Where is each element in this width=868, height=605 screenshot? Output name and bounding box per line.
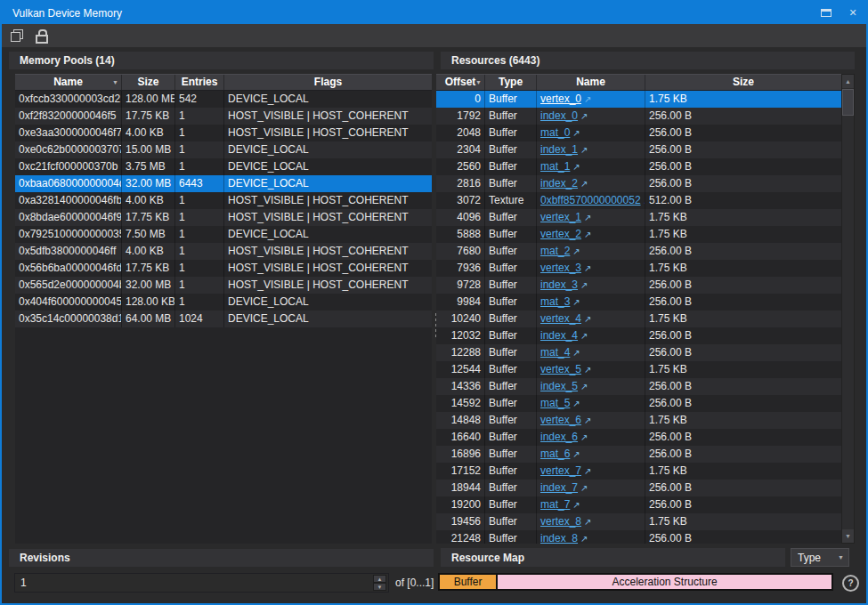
table-row[interactable]: 19200Buffermat_7↗256.00 B bbox=[436, 496, 841, 513]
column-header-res-size[interactable]: Size bbox=[645, 75, 841, 90]
goto-resource-icon[interactable]: ↗ bbox=[580, 175, 588, 192]
goto-resource-icon[interactable]: ↗ bbox=[584, 412, 591, 429]
resource-link[interactable]: vertex_7 bbox=[540, 464, 581, 477]
resource-link[interactable]: index_0 bbox=[540, 109, 578, 122]
table-row[interactable]: 7680Buffermat_2↗256.00 B bbox=[436, 243, 841, 260]
table-row[interactable]: 17152Buffervertex_7↗1.75 KB bbox=[436, 463, 841, 480]
resource-link[interactable]: mat_7 bbox=[540, 498, 570, 511]
table-row[interactable]: 7936Buffervertex_3↗1.75 KB bbox=[436, 260, 841, 277]
column-header-size[interactable]: Size bbox=[122, 75, 175, 90]
goto-resource-icon[interactable]: ↗ bbox=[580, 530, 588, 544]
scrollbar-thumb[interactable] bbox=[842, 89, 854, 116]
resource-link[interactable]: vertex_3 bbox=[540, 262, 581, 274]
table-row[interactable]: 18944Bufferindex_7↗256.00 B bbox=[436, 480, 841, 496]
resource-link[interactable]: vertex_2 bbox=[540, 228, 581, 240]
table-row[interactable]: 0xa3281400000046fb4.00 KB1HOST_VISIBLE |… bbox=[15, 192, 432, 209]
resource-link[interactable]: mat_5 bbox=[540, 397, 570, 409]
float-window-button[interactable] bbox=[813, 2, 840, 24]
table-row[interactable]: 0x56b6ba00000046fd17.75 KB1HOST_VISIBLE … bbox=[15, 260, 432, 277]
table-row[interactable]: 2816Bufferindex_2↗256.00 B bbox=[436, 175, 841, 192]
table-row[interactable]: 0Buffervertex_0↗1.75 KB bbox=[436, 91, 841, 108]
resource-link[interactable]: index_3 bbox=[540, 278, 578, 291]
resource-link[interactable]: mat_1 bbox=[540, 160, 570, 173]
resource-link[interactable]: vertex_0 bbox=[540, 93, 581, 105]
table-row[interactable]: 0xf2f83200000046f517.75 KB1HOST_VISIBLE … bbox=[15, 108, 432, 125]
goto-resource-icon[interactable]: ↗ bbox=[572, 125, 580, 141]
table-row[interactable]: 10240Buffervertex_4↗1.75 KB bbox=[436, 311, 841, 327]
goto-resource-icon[interactable]: ↗ bbox=[572, 446, 580, 463]
table-row[interactable]: 12032Bufferindex_4↗256.00 B bbox=[436, 327, 841, 344]
goto-resource-icon[interactable]: ↗ bbox=[584, 260, 591, 277]
table-row[interactable]: 0x79251000000000357.50 MB1DEVICE_LOCAL bbox=[15, 226, 432, 243]
revision-input[interactable] bbox=[15, 573, 373, 593]
table-row[interactable]: 0xe3aa3000000046f74.00 KB1HOST_VISIBLE |… bbox=[15, 125, 432, 141]
resource-map-filter-dropdown[interactable]: Type ▼ bbox=[791, 548, 849, 567]
goto-resource-icon[interactable]: ↗ bbox=[572, 496, 580, 513]
resource-link[interactable]: vertex_8 bbox=[540, 515, 581, 528]
table-row[interactable]: 2560Buffermat_1↗256.00 B bbox=[436, 158, 841, 175]
table-row[interactable]: 0x35c14c00000038d164.00 MB1024DEVICE_LOC… bbox=[15, 311, 432, 327]
resources-scrollbar[interactable]: ▲ ▼ bbox=[841, 74, 855, 544]
resource-link[interactable]: mat_0 bbox=[540, 126, 570, 139]
goto-resource-icon[interactable]: ↗ bbox=[580, 277, 588, 294]
lock-button[interactable] bbox=[33, 27, 51, 44]
table-row[interactable]: 14848Buffervertex_6↗1.75 KB bbox=[436, 412, 841, 429]
resource-link[interactable]: index_7 bbox=[540, 481, 578, 494]
goto-resource-icon[interactable]: ↗ bbox=[580, 141, 588, 158]
spin-up-icon[interactable]: ▲ bbox=[373, 575, 386, 583]
scroll-down-icon[interactable]: ▼ bbox=[842, 529, 854, 543]
table-row[interactable]: 16896Buffermat_6↗256.00 B bbox=[436, 446, 841, 463]
resource-link[interactable]: vertex_6 bbox=[540, 414, 581, 426]
clone-window-button[interactable] bbox=[8, 27, 26, 44]
table-row[interactable]: 0xbaa068000000004d32.00 MB6443DEVICE_LOC… bbox=[15, 175, 432, 192]
revision-spinbox[interactable]: ▲ ▼ bbox=[14, 573, 389, 593]
goto-resource-icon[interactable]: ↗ bbox=[584, 311, 591, 327]
help-icon[interactable]: ? bbox=[842, 575, 859, 592]
goto-resource-icon[interactable]: ↗ bbox=[572, 294, 580, 311]
table-row[interactable]: 14592Buffermat_5↗256.00 B bbox=[436, 395, 841, 412]
table-row[interactable]: 5888Buffervertex_2↗1.75 KB bbox=[436, 226, 841, 243]
goto-resource-icon[interactable]: ↗ bbox=[572, 158, 580, 175]
resource-link[interactable]: mat_3 bbox=[540, 295, 570, 308]
goto-resource-icon[interactable]: ↗ bbox=[572, 344, 580, 361]
table-row[interactable]: 0xe0c62b000000370715.00 MB1DEVICE_LOCAL bbox=[15, 141, 432, 158]
table-row[interactable]: 3072Texture0xbff8570000000052↗512.00 B bbox=[436, 192, 841, 209]
table-row[interactable]: 12288Buffermat_4↗256.00 B bbox=[436, 344, 841, 361]
resource-link[interactable]: vertex_5 bbox=[540, 363, 581, 375]
column-header-res-name[interactable]: Name bbox=[537, 75, 645, 90]
goto-resource-icon[interactable]: ↗ bbox=[584, 226, 591, 243]
resource-link[interactable]: index_5 bbox=[540, 380, 578, 392]
goto-resource-icon[interactable]: ↗ bbox=[572, 243, 580, 260]
goto-resource-icon[interactable]: ↗ bbox=[584, 463, 591, 480]
column-header-flags[interactable]: Flags bbox=[224, 75, 432, 90]
goto-resource-icon[interactable]: ↗ bbox=[580, 429, 588, 446]
resource-map-segment[interactable]: Buffer bbox=[440, 575, 496, 589]
resource-link[interactable]: mat_2 bbox=[540, 245, 570, 257]
table-row[interactable]: 21248Bufferindex_8↗256.00 B bbox=[436, 530, 841, 544]
table-row[interactable]: 16640Bufferindex_6↗256.00 B bbox=[436, 429, 841, 446]
table-row[interactable]: 2048Buffermat_0↗256.00 B bbox=[436, 125, 841, 141]
table-row[interactable]: 9984Buffermat_3↗256.00 B bbox=[436, 294, 841, 311]
column-header-offset[interactable]: Offset▼ bbox=[436, 75, 485, 90]
resource-link[interactable]: index_6 bbox=[540, 431, 578, 443]
close-button[interactable]: ✕ bbox=[840, 2, 866, 24]
column-header-name[interactable]: Name▼ bbox=[15, 75, 122, 90]
table-row[interactable]: 12544Buffervertex_5↗1.75 KB bbox=[436, 361, 841, 378]
column-header-entries[interactable]: Entries bbox=[175, 75, 224, 90]
resource-link[interactable]: index_2 bbox=[540, 177, 578, 190]
table-row[interactable]: 14336Bufferindex_5↗256.00 B bbox=[436, 378, 841, 395]
resource-link[interactable]: mat_6 bbox=[540, 448, 570, 460]
table-row[interactable]: 0x5dfb3800000046ff4.00 KB1HOST_VISIBLE |… bbox=[15, 243, 432, 260]
table-row[interactable]: 0xfccb330000003cd2128.00 MB542DEVICE_LOC… bbox=[15, 91, 432, 108]
resource-link[interactable]: vertex_1 bbox=[540, 211, 581, 223]
scroll-up-icon[interactable]: ▲ bbox=[842, 75, 854, 88]
goto-resource-icon[interactable]: ↗ bbox=[584, 209, 591, 226]
revision-spinner[interactable]: ▲ ▼ bbox=[373, 575, 386, 591]
goto-resource-icon[interactable]: ↗ bbox=[584, 361, 591, 378]
goto-resource-icon[interactable]: ↗ bbox=[584, 513, 591, 530]
resource-map-segment[interactable]: Acceleration Structure bbox=[498, 575, 831, 589]
goto-resource-icon[interactable]: ↗ bbox=[580, 108, 588, 125]
spin-down-icon[interactable]: ▼ bbox=[373, 583, 386, 591]
resource-link[interactable]: 0xbff8570000000052 bbox=[540, 194, 641, 206]
table-row[interactable]: 9728Bufferindex_3↗256.00 B bbox=[436, 277, 841, 294]
